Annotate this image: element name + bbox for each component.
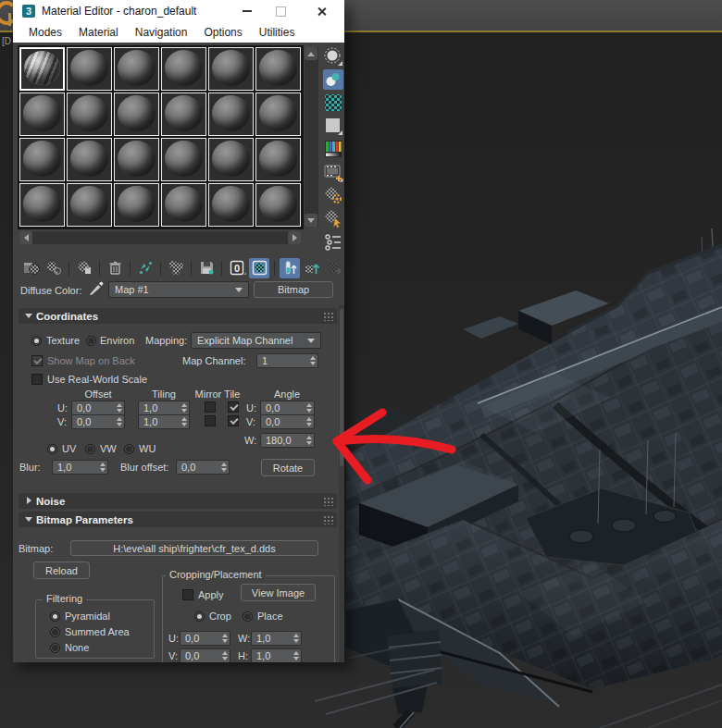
material-sample-slot[interactable]	[67, 47, 112, 91]
use-real-world-scale-checkbox[interactable]	[31, 374, 43, 385]
video-color-check-icon[interactable]	[323, 139, 343, 159]
assign-material-to-selection-icon[interactable]	[74, 258, 94, 278]
palette-scroll-right-button[interactable]	[288, 231, 301, 244]
material-sample-slot[interactable]	[161, 47, 206, 91]
material-sample-slot[interactable]	[19, 93, 65, 136]
rollout-noise[interactable]: Noise	[19, 493, 337, 509]
map-channel-spinner[interactable]: 1	[256, 353, 318, 368]
minimize-button[interactable]	[235, 0, 259, 22]
offset-v-spinner[interactable]: 0,0	[71, 414, 125, 429]
sample-uv-tiling-icon[interactable]	[323, 116, 343, 136]
material-sample-slot[interactable]	[255, 138, 301, 181]
menu-modes[interactable]: Modes	[20, 26, 70, 39]
material-sample-slot[interactable]	[114, 183, 159, 227]
map-name-dropdown[interactable]: Map #1	[108, 281, 249, 298]
save-material-icon[interactable]	[196, 258, 217, 278]
reset-map-icon[interactable]	[135, 258, 156, 278]
menu-navigation[interactable]: Navigation	[127, 26, 196, 39]
material-sample-slot[interactable]	[208, 138, 254, 181]
blur-spinner[interactable]: 1,0	[52, 460, 108, 475]
material-sample-slot[interactable]	[255, 183, 301, 227]
material-sample-slot[interactable]	[114, 138, 159, 181]
wu-radio[interactable]	[124, 444, 134, 454]
window-titlebar[interactable]: 3 Material Editor - charon_default	[13, 0, 344, 22]
uv-radio[interactable]	[47, 444, 57, 454]
vw-radio[interactable]	[85, 444, 95, 454]
show-map-on-back-checkbox[interactable]	[31, 355, 43, 366]
environ-radio[interactable]	[86, 336, 96, 346]
material-editor-options-icon[interactable]	[323, 185, 343, 205]
sample-type-sphere-icon[interactable]	[323, 46, 343, 67]
bitmap-path-button[interactable]: H:\eve\all ship\frighter\cfr_tex_d.dds	[70, 540, 318, 556]
material-sample-slot[interactable]	[67, 138, 112, 181]
material-sample-slot[interactable]	[255, 93, 301, 136]
material-sample-slot[interactable]	[19, 138, 65, 181]
texture-radio[interactable]	[31, 336, 42, 346]
tiling-v-spinner[interactable]: 1,0	[138, 414, 190, 429]
close-button[interactable]	[309, 0, 333, 22]
crop-u-spinner[interactable]: 0,0	[180, 631, 230, 646]
filtering-summed-area-radio[interactable]	[50, 627, 60, 637]
sample-background-icon[interactable]	[323, 93, 343, 113]
menu-utilities[interactable]: Utilities	[251, 26, 304, 39]
rollout-scroll-thumb[interactable]	[340, 309, 343, 466]
angle-u-spinner[interactable]: 0,0	[260, 401, 315, 415]
crop-radio[interactable]	[194, 611, 205, 622]
view-image-button[interactable]: View Image	[241, 584, 316, 601]
material-sample-slot[interactable]	[161, 138, 206, 181]
material-sample-slot[interactable]	[208, 183, 254, 227]
material-sample-slot[interactable]	[67, 183, 112, 227]
put-material-to-scene-icon[interactable]	[44, 258, 64, 278]
angle-w-spinner[interactable]: 180,0	[260, 433, 315, 448]
show-end-result-icon[interactable]	[280, 258, 300, 278]
palette-vscrollbar[interactable]	[305, 47, 318, 227]
tile-u-checkbox[interactable]	[228, 401, 239, 413]
material-sample-slot[interactable]	[19, 183, 65, 227]
go-forward-to-sibling-icon[interactable]	[324, 258, 344, 278]
mapping-dropdown[interactable]: Explicit Map Channel	[191, 332, 321, 349]
offset-u-spinner[interactable]: 0,0	[71, 401, 125, 415]
material-sample-slot[interactable]	[208, 93, 254, 136]
backlight-icon[interactable]	[323, 69, 343, 90]
get-material-icon[interactable]	[21, 258, 42, 278]
material-sample-slot[interactable]	[255, 47, 301, 91]
angle-v-spinner[interactable]: 0,0	[260, 414, 315, 429]
tiling-u-spinner[interactable]: 1,0	[138, 401, 190, 415]
delete-material-icon[interactable]	[105, 258, 125, 278]
material-sample-slot[interactable]	[161, 183, 206, 227]
rollout-bitmap-parameters[interactable]: Bitmap Parameters	[19, 512, 337, 527]
filtering-none-radio[interactable]	[50, 643, 60, 653]
material-sample-slot[interactable]	[208, 47, 254, 91]
tile-v-checkbox[interactable]	[228, 415, 239, 426]
palette-scroll-left-button[interactable]	[19, 231, 32, 244]
maximize-button[interactable]	[268, 0, 293, 22]
palette-hscrollbar[interactable]	[19, 231, 301, 244]
show-map-in-viewport-icon[interactable]	[249, 258, 269, 278]
crop-w-spinner[interactable]: 1,0	[251, 631, 302, 646]
crop-v-spinner[interactable]: 0,0	[180, 648, 230, 662]
map-type-button[interactable]: Bitmap	[254, 281, 333, 298]
material-sample-slot[interactable]	[67, 93, 112, 136]
go-to-parent-icon[interactable]	[302, 258, 322, 278]
select-by-material-icon[interactable]	[323, 208, 343, 228]
make-material-copy-icon[interactable]	[166, 258, 186, 278]
material-sample-slot[interactable]	[161, 93, 206, 136]
place-radio[interactable]	[243, 611, 253, 622]
palette-scroll-down-button[interactable]	[305, 214, 317, 227]
menu-options[interactable]: Options	[195, 26, 250, 39]
rotate-button[interactable]: Rotate	[261, 459, 315, 476]
material-sample-slot[interactable]	[114, 93, 159, 136]
blur-offset-spinner[interactable]: 0,0	[176, 460, 230, 475]
rollout-coordinates[interactable]: Coordinates	[19, 308, 337, 324]
menu-material[interactable]: Material	[70, 26, 127, 39]
material-sample-slot[interactable]	[19, 47, 65, 91]
mirror-v-checkbox[interactable]	[205, 415, 216, 426]
filtering-pyramidal-radio[interactable]	[50, 611, 60, 622]
material-id-channel-icon[interactable]: 0	[227, 258, 247, 278]
reload-button[interactable]: Reload	[33, 561, 90, 579]
make-preview-icon[interactable]	[323, 162, 343, 182]
color-picker-icon[interactable]	[88, 279, 106, 297]
mirror-u-checkbox[interactable]	[205, 401, 216, 413]
crop-h-spinner[interactable]: 1,0	[251, 648, 302, 662]
palette-scroll-up-button[interactable]	[305, 47, 317, 60]
